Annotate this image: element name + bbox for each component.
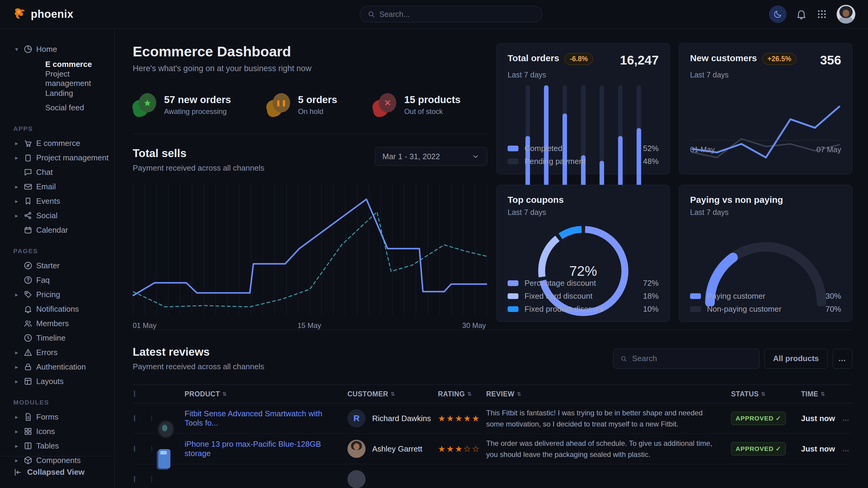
global-search-input[interactable] bbox=[379, 10, 535, 19]
row-actions-button[interactable]: … bbox=[842, 445, 852, 453]
apps-grid-icon[interactable] bbox=[816, 8, 828, 20]
reviews-more-button[interactable]: … bbox=[832, 349, 852, 369]
global-search[interactable] bbox=[360, 6, 542, 22]
product-thumbnail[interactable] bbox=[151, 446, 152, 452]
legend-row: Fixed product discount10% bbox=[507, 304, 659, 314]
legend-swatch bbox=[507, 293, 519, 299]
row-actions-button[interactable]: … bbox=[842, 414, 852, 423]
sidebar-item-calendar[interactable]: Calendar bbox=[13, 223, 114, 237]
latest-reviews-section: Latest reviews Payment received across a… bbox=[133, 330, 852, 488]
date-range-select[interactable]: Mar 1 - 31, 2022 bbox=[375, 147, 487, 166]
customer-avatar bbox=[347, 470, 366, 488]
customer-name: Richard Dawkins bbox=[372, 414, 431, 423]
sidebar-item-icons[interactable]: ▸Icons bbox=[13, 424, 114, 438]
sidebar-item-timeline[interactable]: Timeline bbox=[13, 331, 114, 345]
sidebar-subitem-landing[interactable]: Landing bbox=[13, 86, 114, 100]
sidebar-item-faq[interactable]: Faq bbox=[13, 273, 114, 287]
theme-toggle-button[interactable] bbox=[769, 5, 786, 23]
column-header-rating[interactable]: RATING⇅ bbox=[438, 390, 486, 398]
sidebar-item-label: Faq bbox=[36, 275, 50, 285]
sidebar-item-project-management[interactable]: ▸Project management bbox=[13, 151, 114, 165]
mail-icon bbox=[24, 182, 33, 191]
column-header-product[interactable]: PRODUCT⇅ bbox=[185, 390, 347, 398]
row-checkbox[interactable] bbox=[134, 476, 135, 482]
reviews-table: PRODUCT⇅CUSTOMER⇅RATING⇅REVIEW⇅STATUS⇅TI… bbox=[133, 385, 852, 488]
sidebar-item-tables[interactable]: ▸Tables bbox=[13, 438, 114, 453]
chevron-right-icon: ▸ bbox=[13, 428, 20, 435]
table-row: Fitbit Sense Advanced Smartwatch with To… bbox=[133, 403, 852, 434]
sidebar-item-layouts[interactable]: ▸Layouts bbox=[13, 374, 114, 389]
column-header-review[interactable]: REVIEW⇅ bbox=[486, 390, 731, 398]
legend-value: 48% bbox=[643, 157, 659, 166]
sidebar-subitem-project-management[interactable]: Project management bbox=[13, 71, 114, 86]
sidebar-item-authentication[interactable]: ▸Authentication bbox=[13, 360, 114, 374]
sort-icon: ⇅ bbox=[761, 391, 766, 397]
legend-swatch bbox=[690, 293, 701, 299]
legend-row: Pending payment48% bbox=[507, 157, 659, 166]
legend-label: Paying customer bbox=[707, 291, 766, 301]
sidebar-item-starter[interactable]: Starter bbox=[13, 258, 114, 273]
column-header-customer[interactable]: CUSTOMER⇅ bbox=[347, 390, 438, 398]
dashboard-left-column: Ecommerce Dashboard Here's what's going … bbox=[133, 43, 487, 330]
reviews-search-input[interactable] bbox=[632, 354, 752, 363]
product-link[interactable]: Fitbit Sense Advanced Smartwatch with To… bbox=[185, 409, 347, 428]
cross-status-icon: ✕ bbox=[373, 93, 396, 117]
chevron-right-icon: ▸ bbox=[13, 198, 20, 205]
sidebar-item-label: Members bbox=[36, 319, 69, 328]
sidebar-item-social[interactable]: ▸Social bbox=[13, 208, 114, 223]
columns-icon bbox=[24, 441, 33, 450]
stat-sublabel: Out of stock bbox=[404, 107, 461, 116]
total-sells-chart bbox=[133, 183, 487, 317]
sidebar-item-label: Timeline bbox=[36, 333, 65, 343]
sidebar-subitem-social-feed[interactable]: Social feed bbox=[13, 100, 114, 115]
total-sells-subtitle: Payment received across all channels bbox=[133, 163, 264, 173]
card-title: Total orders bbox=[507, 53, 559, 63]
sidebar-item-email[interactable]: ▸Email bbox=[13, 180, 114, 194]
sidebar-item-errors[interactable]: ▸Errors bbox=[13, 345, 114, 360]
sidebar-section-label: APPS bbox=[13, 125, 114, 132]
collapsed-view-toggle[interactable]: Collapsed View bbox=[0, 456, 114, 488]
sidebar-item-chat[interactable]: Chat bbox=[13, 165, 114, 180]
product-thumbnail[interactable] bbox=[151, 476, 152, 482]
sort-icon: ⇅ bbox=[820, 391, 825, 397]
sidebar-item-pricing[interactable]: ▸Pricing bbox=[13, 287, 114, 302]
top-navbar: phoenix bbox=[0, 0, 868, 29]
notifications-bell-icon[interactable] bbox=[796, 8, 807, 20]
stat-sublabel: On hold bbox=[298, 107, 337, 116]
legend-value: 52% bbox=[643, 144, 659, 153]
sidebar-item-e-commerce[interactable]: ▸E commerce bbox=[13, 136, 114, 151]
user-avatar[interactable] bbox=[837, 5, 855, 24]
review-text: The order was delivered ahead of schedul… bbox=[486, 438, 731, 460]
layout-icon bbox=[24, 377, 33, 386]
sidebar-item-forms[interactable]: ▸Forms bbox=[13, 410, 114, 424]
brand-logo[interactable]: phoenix bbox=[13, 7, 73, 21]
product-thumbnail[interactable] bbox=[151, 415, 152, 421]
sidebar-item-members[interactable]: Members bbox=[13, 316, 114, 331]
legend-value: 10% bbox=[643, 304, 659, 314]
sidebar-item-notifications[interactable]: Notifications bbox=[13, 302, 114, 316]
sidebar-item-label: Email bbox=[36, 182, 56, 191]
reviews-search[interactable] bbox=[613, 349, 760, 369]
quick-stat: ❚❚5 ordersOn hold bbox=[267, 93, 337, 117]
date-range-value: Mar 1 - 31, 2022 bbox=[382, 152, 440, 161]
sidebar-item-label: Calendar bbox=[36, 225, 68, 235]
row-checkbox[interactable] bbox=[134, 415, 135, 421]
legend-row: Completed52% bbox=[507, 144, 659, 153]
all-products-filter-button[interactable]: All products bbox=[764, 349, 828, 369]
chevron-right-icon: ▸ bbox=[13, 378, 20, 385]
search-icon bbox=[620, 355, 627, 363]
chevron-right-icon: ▸ bbox=[13, 212, 20, 219]
sidebar-item-home[interactable]: ▾ Home bbox=[13, 42, 114, 56]
x-tick: 30 May bbox=[462, 321, 486, 330]
share-icon bbox=[24, 211, 33, 220]
column-header-status[interactable]: STATUS⇅ bbox=[731, 390, 801, 398]
row-checkbox[interactable] bbox=[134, 446, 135, 452]
select-all-checkbox[interactable] bbox=[134, 391, 135, 397]
bookmark-icon bbox=[24, 197, 33, 205]
product-link[interactable]: iPhone 13 pro max-Pacific Blue-128GB sto… bbox=[185, 440, 347, 458]
moon-icon bbox=[773, 9, 783, 19]
sidebar-item-events[interactable]: ▸Events bbox=[13, 194, 114, 208]
status-badge: APPROVED ✓ bbox=[731, 442, 786, 455]
pause-status-icon: ❚❚ bbox=[267, 93, 290, 117]
column-header-time[interactable]: TIME⇅ bbox=[801, 390, 842, 398]
